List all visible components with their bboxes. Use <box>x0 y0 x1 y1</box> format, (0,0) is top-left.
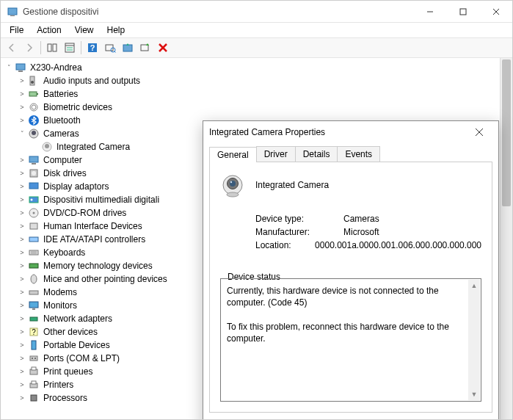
expand-icon[interactable]: > <box>17 287 27 297</box>
scrollbar-vertical[interactable] <box>500 58 512 419</box>
tree-item-label: Cameras <box>42 128 81 139</box>
expand-icon[interactable]: > <box>17 261 27 271</box>
enable-disable-button[interactable] <box>137 40 153 56</box>
expand-icon[interactable]: > <box>17 221 27 231</box>
expand-icon[interactable]: > <box>17 76 27 86</box>
tab-content-general: Integrated Camera Device type:Cameras Ma… <box>209 162 492 413</box>
show-hide-console-button[interactable] <box>44 40 60 56</box>
expand-icon[interactable]: > <box>17 340 27 350</box>
help-button[interactable]: ? <box>84 40 101 56</box>
tree-item-label: Batteries <box>42 89 79 99</box>
display-icon <box>28 181 40 192</box>
expand-icon[interactable]: > <box>17 380 27 390</box>
printer-icon <box>28 379 40 391</box>
scrollbar-thumb[interactable] <box>502 59 511 206</box>
network-icon <box>28 313 40 325</box>
tab-driver[interactable]: Driver <box>256 146 296 162</box>
expand-icon[interactable]: > <box>17 115 27 126</box>
forward-button[interactable] <box>21 40 37 56</box>
tab-general[interactable]: General <box>209 147 257 162</box>
tree-item-label: Display adaptors <box>42 181 110 192</box>
expander-none <box>30 142 40 152</box>
camera-icon <box>220 173 245 198</box>
svg-text:?: ? <box>32 328 36 336</box>
dialog-title: Integrated Camera Properties <box>209 127 466 137</box>
scan-hardware-button[interactable] <box>102 40 118 56</box>
menu-view[interactable]: View <box>69 23 100 37</box>
expand-icon[interactable]: > <box>17 366 27 377</box>
collapse-icon[interactable]: ˅ <box>4 62 14 73</box>
menu-file[interactable]: File <box>4 23 29 37</box>
tree-item-label: Printers <box>42 380 75 390</box>
expand-icon[interactable]: > <box>17 393 27 403</box>
expand-icon[interactable]: > <box>17 155 27 165</box>
dialog-close-button[interactable] <box>466 122 492 142</box>
tree-item-label: Network adapters <box>42 314 114 324</box>
expand-icon[interactable]: > <box>17 181 27 192</box>
svg-point-42 <box>33 212 35 214</box>
update-driver-button[interactable] <box>120 40 136 56</box>
scroll-up-icon[interactable]: ▲ <box>468 280 480 292</box>
status-scrollbar[interactable]: ▲ ▼ <box>468 280 480 400</box>
menu-help[interactable]: Help <box>101 23 131 37</box>
toolbar-separator <box>81 41 81 54</box>
battery-icon <box>28 88 40 100</box>
location-value: 0000.001a.0000.001.006.000.000.000.000 <box>315 240 481 250</box>
expand-icon[interactable]: > <box>17 195 27 205</box>
tree-item[interactable]: >Biometric devices <box>1 101 512 114</box>
expand-icon[interactable]: > <box>17 353 27 363</box>
expand-icon[interactable]: > <box>17 247 27 258</box>
minimize-button[interactable] <box>413 1 446 22</box>
tree-item-label: Human Interface Devices <box>42 221 144 231</box>
expand-icon[interactable]: > <box>17 327 27 337</box>
uninstall-button[interactable] <box>155 40 171 56</box>
tab-details[interactable]: Details <box>295 146 338 162</box>
menubar: File Action View Help <box>1 23 512 37</box>
maximize-button[interactable] <box>446 1 479 22</box>
device-status-box[interactable]: Currently, this hardware device is not c… <box>220 278 481 402</box>
svg-rect-17 <box>123 45 132 51</box>
device-type-value: Cameras <box>343 214 481 224</box>
svg-rect-34 <box>29 156 38 162</box>
expand-icon[interactable]: > <box>17 208 27 218</box>
svg-rect-61 <box>32 367 36 370</box>
tab-events[interactable]: Events <box>337 146 380 162</box>
svg-rect-7 <box>53 44 57 51</box>
svg-rect-18 <box>141 45 148 51</box>
collapse-icon[interactable]: ˅ <box>17 128 27 139</box>
svg-point-71 <box>227 192 239 197</box>
properties-button[interactable] <box>62 40 78 56</box>
back-button[interactable] <box>4 40 20 56</box>
expand-icon[interactable]: > <box>17 234 27 245</box>
svg-rect-6 <box>48 44 51 51</box>
expand-icon[interactable]: > <box>17 168 27 178</box>
expand-icon[interactable]: > <box>17 89 27 99</box>
svg-rect-48 <box>29 264 38 268</box>
svg-rect-63 <box>32 381 36 384</box>
tree-item[interactable]: >Batteries <box>1 87 512 101</box>
ports-icon <box>28 352 40 364</box>
svg-point-59 <box>34 358 36 359</box>
app-icon <box>7 6 18 18</box>
toolbar-separator <box>40 41 41 54</box>
tree-item[interactable]: >Audio inputs and outputs <box>1 74 512 87</box>
mouse-icon <box>28 273 40 285</box>
svg-point-37 <box>32 171 36 175</box>
device-type-label: Device type: <box>255 214 343 224</box>
tree-item-label: Memory technology devices <box>42 261 154 271</box>
close-button[interactable] <box>479 1 512 22</box>
menu-action[interactable]: Action <box>31 23 67 37</box>
expand-icon[interactable]: > <box>17 274 27 284</box>
tree-item[interactable]: ˅X230-Andrea <box>1 61 512 74</box>
scroll-down-icon[interactable]: ▼ <box>468 388 480 400</box>
manufacturer-value: Microsoft <box>343 227 481 237</box>
dialog-tabs: General Driver Details Events <box>203 143 498 162</box>
memory-icon <box>28 260 40 272</box>
expand-icon[interactable]: > <box>17 102 27 112</box>
svg-point-33 <box>45 144 49 148</box>
device-name: Integrated Camera <box>255 180 329 190</box>
expand-icon[interactable]: > <box>17 300 27 311</box>
expand-icon[interactable]: > <box>17 314 27 324</box>
svg-rect-35 <box>32 163 36 164</box>
svg-point-31 <box>32 131 36 135</box>
